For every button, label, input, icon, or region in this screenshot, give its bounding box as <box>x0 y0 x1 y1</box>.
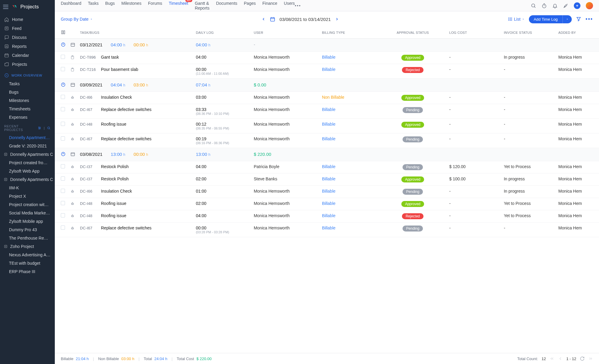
recent-project-item[interactable]: Project created from CF <box>0 159 55 167</box>
column-header[interactable]: APPROVAL STATUS <box>379 27 447 39</box>
timesheet-row[interactable]: DC-I48Roofing issue 04:00 Monica Hemswor… <box>55 210 599 223</box>
timesheet-row[interactable]: DC-T216Pour basement slab 00:00(11:00 AM… <box>55 64 599 79</box>
bell-icon[interactable] <box>552 3 558 8</box>
recent-project-item[interactable]: ERP Phase III <box>0 267 55 276</box>
prev-week-icon[interactable] <box>261 17 266 21</box>
row-checkbox[interactable] <box>61 164 65 168</box>
add-time-log-dropdown[interactable] <box>562 15 572 23</box>
tab-tasks[interactable]: Tasks <box>88 1 99 10</box>
column-header[interactable] <box>68 27 78 39</box>
row-checkbox[interactable] <box>61 201 65 205</box>
page-refresh-icon[interactable] <box>580 356 585 361</box>
tab-milestones[interactable]: Milestones <box>121 1 141 10</box>
row-checkbox[interactable] <box>61 176 65 181</box>
next-week-icon[interactable] <box>335 17 339 21</box>
tab-finance[interactable]: Finance <box>262 1 277 10</box>
nav-item-feed[interactable]: Feed <box>0 24 55 33</box>
user-avatar[interactable] <box>586 2 593 9</box>
column-header[interactable]: BILLING TYPE <box>320 27 379 39</box>
work-overview-tasks[interactable]: Tasks <box>0 80 55 88</box>
add-button[interactable] <box>574 2 580 9</box>
column-settings-icon[interactable] <box>61 30 66 35</box>
work-overview-milestones[interactable]: Milestones <box>0 96 55 105</box>
recent-project-item[interactable]: Zoho Project <box>0 242 55 251</box>
work-overview-expenses[interactable]: Expenses <box>0 113 55 121</box>
timesheet-row[interactable]: DC-I67Replace defective switches 03:33(0… <box>55 104 599 119</box>
recent-project-item[interactable]: The Penthouse Remode <box>0 234 55 242</box>
column-header[interactable]: LOG COST <box>447 27 501 39</box>
collapse-icon[interactable] <box>61 42 66 47</box>
row-checkbox[interactable] <box>61 122 65 126</box>
row-checkbox[interactable] <box>61 107 65 111</box>
tab-dashboard[interactable]: Dashboard <box>61 1 81 10</box>
row-checkbox[interactable] <box>61 67 65 71</box>
recent-project-item[interactable]: Dummy Pro 43 <box>0 226 55 234</box>
group-header-row[interactable]: 03/09/2021 04:04 h 03:00 h 07:04 h $ 0.0… <box>55 79 599 92</box>
timesheet-row[interactable]: DC-I37Restock Polish 02:00 Steve Banks B… <box>55 173 599 186</box>
recent-project-item[interactable]: Grade V: 2020-2021 <box>0 142 55 150</box>
nav-item-reports[interactable]: Reports <box>0 42 55 51</box>
timesheet-row[interactable]: DC-I66Insulation Check 03:00 Monica Hems… <box>55 92 599 104</box>
timesheet-row[interactable]: DC-T896Gant task 04:00 Monica Hemsworth … <box>55 52 599 64</box>
recent-project-item[interactable]: Zylsoft Web App <box>0 167 55 175</box>
collapse-icon[interactable] <box>61 82 66 87</box>
view-toggle[interactable]: List <box>508 17 525 22</box>
column-header[interactable]: ADDED BY <box>556 27 599 39</box>
recent-project-item[interactable]: Donnelly Apartments C <box>0 175 55 184</box>
row-checkbox[interactable] <box>61 189 65 193</box>
timesheet-row[interactable]: DC-I48Roofing issue 00:12(06:35 PM - 06:… <box>55 119 599 133</box>
recent-project-item[interactable]: Project creation with la <box>0 200 55 209</box>
recent-project-item[interactable]: Donnelly Apartments C <box>0 150 55 159</box>
nav-item-home[interactable]: Home <box>0 15 55 24</box>
search-icon[interactable] <box>47 126 51 130</box>
add-time-log-button[interactable]: Add Time Log <box>529 15 572 23</box>
tab-documents[interactable]: Documents <box>216 1 237 10</box>
recent-project-item[interactable]: Project X <box>0 192 55 200</box>
row-checkbox[interactable] <box>61 136 65 141</box>
tab-gantt-reports[interactable]: Gantt & Reports <box>195 1 209 10</box>
recent-project-item[interactable]: IIM-K <box>0 184 55 192</box>
group-header-row[interactable]: 03/08/2021 13:00 h 00:00 h 13:00 h $ 220… <box>55 148 599 161</box>
nav-item-calendar[interactable]: Calendar <box>0 51 55 60</box>
more-options-icon[interactable]: ••• <box>586 16 593 22</box>
tab-forums[interactable]: Forums <box>148 1 162 10</box>
page-first-icon[interactable] <box>550 356 554 361</box>
recent-project-item[interactable]: Nexus Advertising Agen <box>0 251 55 259</box>
nav-item-discuss[interactable]: Discuss <box>0 33 55 42</box>
row-checkbox[interactable] <box>61 213 65 217</box>
tab-bugs[interactable]: Bugs <box>105 1 115 10</box>
column-header[interactable]: DAILY LOG <box>193 27 251 39</box>
collapse-icon[interactable] <box>61 152 66 156</box>
recent-project-item[interactable]: Donnelly Apartments C <box>0 133 55 142</box>
timesheet-row[interactable]: DC-I66Insulation Check 01:00 Monica Hems… <box>55 186 599 198</box>
column-header[interactable] <box>55 27 68 39</box>
calendar-icon[interactable] <box>270 16 275 22</box>
row-checkbox[interactable] <box>61 95 65 99</box>
recent-project-item[interactable]: Zylsoft Mobile app <box>0 217 55 226</box>
column-header[interactable]: TASK/BUGS <box>78 27 193 39</box>
tab-pages[interactable]: Pages <box>244 1 256 10</box>
page-next-icon[interactable] <box>588 356 593 361</box>
column-header[interactable]: USER <box>251 27 320 39</box>
stopwatch-icon[interactable] <box>541 3 547 8</box>
hamburger-menu[interactable] <box>3 5 8 9</box>
work-overview-timesheets[interactable]: Timesheets <box>0 105 55 113</box>
tab-users[interactable]: Users <box>284 1 295 10</box>
work-overview-header[interactable]: WORK OVERVIEW <box>0 70 55 80</box>
group-header-row[interactable]: 03/12/2021 04:00 h 00:00 h 04:00 h - <box>55 39 599 52</box>
timesheet-row[interactable]: DC-I67Replace defective switches 00:19(0… <box>55 133 599 148</box>
page-prev-icon[interactable] <box>558 356 563 361</box>
column-header[interactable]: INVOICE STATUS <box>501 27 556 39</box>
recent-project-item[interactable]: Social Media Marketing <box>0 209 55 217</box>
timesheet-row[interactable]: DC-I37Restock Polish 04:00 Patricia Boyl… <box>55 161 599 173</box>
timesheet-row[interactable]: DC-I67Replace defective switches 00:00(0… <box>55 223 599 237</box>
row-checkbox[interactable] <box>61 55 65 59</box>
search-icon[interactable] <box>531 3 536 8</box>
tools-icon[interactable] <box>563 3 568 8</box>
tab-timesheet[interactable]: Timesheet99+ <box>169 1 188 10</box>
nav-item-projects[interactable]: Projects <box>0 60 55 69</box>
filter-icon[interactable] <box>576 16 581 22</box>
more-tabs-icon[interactable]: ••• <box>295 3 301 8</box>
group-by-dropdown[interactable]: Group By Date <box>61 17 93 22</box>
timesheet-row[interactable]: DC-I48Roofing issue 02:00 Monica Hemswor… <box>55 198 599 210</box>
